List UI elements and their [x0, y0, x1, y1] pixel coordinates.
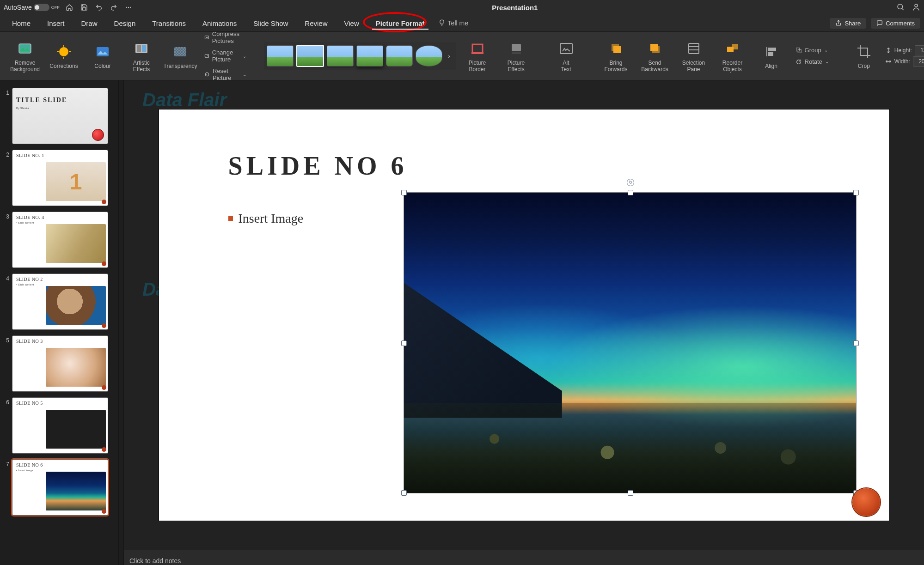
- picture-style-option[interactable]: [267, 45, 294, 67]
- picture-effects-button[interactable]: Picture Effects: [499, 34, 534, 78]
- ribbon-tab-home[interactable]: Home: [4, 15, 39, 31]
- resize-handle[interactable]: [628, 490, 633, 496]
- home-icon[interactable]: [64, 2, 74, 12]
- thumb-index: 1: [3, 88, 9, 96]
- title-bar-left: AutoSave OFF: [4, 2, 134, 12]
- tell-me-search[interactable]: Tell me: [433, 19, 474, 27]
- title-bar-right: [896, 3, 920, 12]
- profile-icon[interactable]: [912, 3, 920, 12]
- selected-picture[interactable]: [404, 193, 856, 493]
- workspace: 1 TITLE SLIDE By Shruka 2 SLIDE NO. 1 1 …: [0, 80, 924, 565]
- resize-handle[interactable]: [401, 340, 407, 346]
- thumb-image: [46, 224, 106, 263]
- watermark: Data Flair: [142, 90, 226, 110]
- svg-rect-37: [768, 48, 776, 51]
- pane-resize-handle[interactable]: [118, 80, 124, 565]
- redo-icon[interactable]: [109, 2, 119, 12]
- bring-forwards-icon: [607, 39, 625, 58]
- stamp-icon: [92, 129, 104, 141]
- gallery-more-icon[interactable]: ›: [445, 46, 453, 66]
- notes-placeholder[interactable]: Click to add notes: [129, 557, 181, 565]
- undo-icon[interactable]: [94, 2, 104, 12]
- send-backwards-button[interactable]: Send Backwards: [637, 34, 673, 78]
- reorder-objects-button[interactable]: Reorder Objects: [715, 34, 750, 78]
- picture-style-option[interactable]: [386, 45, 413, 67]
- svg-rect-5: [19, 44, 31, 53]
- change-picture-button[interactable]: Change Picture ⌄: [202, 47, 249, 65]
- corrections-button[interactable]: Corrections: [46, 34, 81, 78]
- ribbon-tab-strip: Home Insert Draw Design Transitions Anim…: [0, 15, 924, 32]
- bring-forwards-button[interactable]: Bring Forwards: [599, 34, 634, 78]
- artistic-effects-icon: [132, 39, 151, 58]
- svg-point-7: [59, 47, 68, 56]
- selection-pane-button[interactable]: Selection Pane: [676, 34, 711, 78]
- slide-thumbnail[interactable]: SLIDE NO. 1 1: [12, 150, 108, 206]
- thumb-image: [46, 286, 106, 325]
- resize-handle[interactable]: [401, 190, 407, 195]
- ribbon-tab-design[interactable]: Design: [106, 15, 144, 31]
- svg-rect-24: [512, 44, 521, 51]
- resize-handle[interactable]: [401, 490, 407, 496]
- slide[interactable]: SLIDE NO 6 Insert Image: [159, 109, 889, 521]
- search-icon[interactable]: [896, 3, 905, 12]
- crop-icon: [855, 43, 873, 61]
- width-input[interactable]: [913, 56, 924, 67]
- slide-thumbnail[interactable]: SLIDE NO 3: [12, 335, 108, 392]
- slide-thumbnail[interactable]: TITLE SLIDE By Shruka: [12, 88, 108, 144]
- transparency-button[interactable]: Transparency: [163, 34, 198, 78]
- picture-border-button[interactable]: Picture Border: [460, 34, 495, 78]
- ribbon: Remove Background Corrections Colour Art…: [0, 32, 924, 80]
- colour-button[interactable]: Colour: [85, 34, 120, 78]
- slide-editor: Data Flair Data Flair SLIDE NO 6 Insert …: [124, 80, 924, 565]
- align-button[interactable]: Align: [754, 34, 789, 78]
- resize-handle[interactable]: [628, 190, 633, 195]
- ribbon-tab-picture-format[interactable]: Picture Format: [367, 15, 433, 31]
- picture-styles-gallery[interactable]: ›: [264, 42, 456, 70]
- thumb-index: 6: [3, 397, 9, 406]
- transparency-icon: [171, 43, 190, 61]
- alt-text-button[interactable]: Alt Text: [549, 34, 584, 78]
- slide-thumbnail[interactable]: SLIDE NO 6 • Insert Image: [12, 459, 108, 516]
- ribbon-tab-draw[interactable]: Draw: [73, 15, 106, 31]
- height-input[interactable]: [915, 45, 924, 55]
- svg-rect-25: [512, 52, 521, 54]
- slide-thumbnail-pane[interactable]: 1 TITLE SLIDE By Shruka 2 SLIDE NO. 1 1 …: [0, 80, 118, 565]
- svg-point-2: [130, 7, 131, 8]
- svg-rect-15: [142, 45, 146, 52]
- svg-rect-12: [97, 47, 109, 56]
- picture-style-option[interactable]: [416, 45, 442, 67]
- save-icon[interactable]: [79, 2, 89, 12]
- slide-canvas-area[interactable]: Data Flair Data Flair SLIDE NO 6 Insert …: [124, 80, 924, 550]
- rotate-button[interactable]: Rotate ⌄: [793, 56, 832, 67]
- ribbon-tab-slide-show[interactable]: Slide Show: [245, 15, 296, 31]
- remove-background-button[interactable]: Remove Background: [7, 34, 43, 78]
- ribbon-tab-review[interactable]: Review: [296, 15, 336, 31]
- svg-rect-22: [472, 44, 483, 53]
- crop-button[interactable]: Crop: [846, 34, 881, 78]
- slide-title-text[interactable]: SLIDE NO 6: [228, 151, 408, 181]
- slide-body-text[interactable]: Insert Image: [228, 211, 304, 226]
- notes-pane[interactable]: Click to add notes: [124, 550, 924, 565]
- share-button[interactable]: Share: [830, 18, 866, 29]
- comments-button[interactable]: Comments: [871, 18, 920, 29]
- resize-handle[interactable]: [853, 340, 859, 346]
- ribbon-tab-insert[interactable]: Insert: [39, 15, 73, 31]
- picture-style-option[interactable]: [356, 45, 383, 67]
- resize-handle[interactable]: [853, 190, 859, 195]
- more-icon[interactable]: [123, 2, 134, 12]
- rotation-handle[interactable]: [627, 179, 634, 186]
- slide-thumbnail[interactable]: SLIDE NO. 4 • Slide content: [12, 212, 108, 268]
- compress-pictures-button[interactable]: Compress Pictures: [202, 29, 249, 46]
- autosave-toggle[interactable]: AutoSave OFF: [4, 4, 60, 11]
- thumb-index: 3: [3, 212, 9, 220]
- slide-thumbnail[interactable]: SLIDE NO 2 • Slide content: [12, 273, 108, 330]
- ribbon-tab-transitions[interactable]: Transitions: [144, 15, 194, 31]
- picture-style-option[interactable]: [296, 45, 324, 67]
- artistic-effects-button[interactable]: Artistic Effects: [124, 34, 159, 78]
- ribbon-tab-view[interactable]: View: [336, 15, 367, 31]
- slide-thumbnail[interactable]: SLIDE NO 5: [12, 397, 108, 454]
- aurora-picture-content: [404, 193, 856, 493]
- selection-pane-icon: [685, 39, 703, 58]
- group-button[interactable]: Group ⌄: [793, 45, 832, 55]
- picture-style-option[interactable]: [327, 45, 354, 67]
